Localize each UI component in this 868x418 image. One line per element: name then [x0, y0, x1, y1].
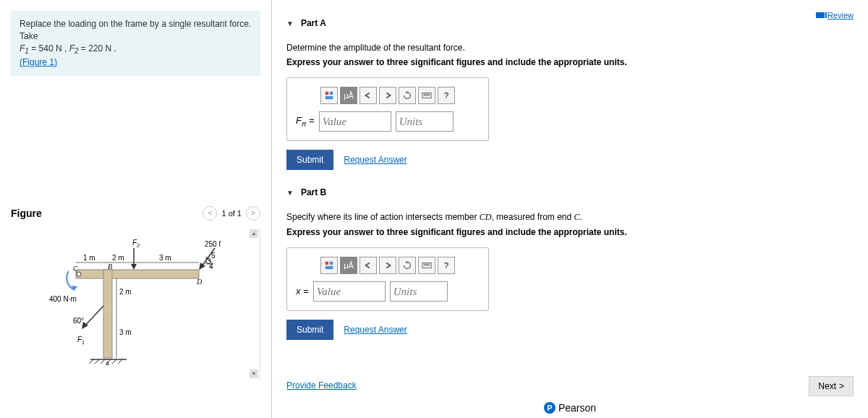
svg-rect-1 — [103, 270, 112, 358]
svg-text:250 N: 250 N — [205, 240, 221, 248]
pearson-logo-icon: P — [544, 402, 556, 414]
svg-rect-39 — [326, 92, 328, 95]
problem-statement: Replace the loading on the frame by a si… — [11, 11, 260, 76]
svg-text:2 m: 2 m — [119, 288, 132, 296]
next-button[interactable]: Next> — [809, 376, 854, 396]
svg-text:400 N·m: 400 N·m — [49, 295, 77, 303]
review-link[interactable]: Review — [816, 11, 854, 20]
svg-marker-42 — [405, 91, 407, 94]
pager-count: 1 of 1 — [221, 209, 242, 218]
undo-button[interactable] — [359, 87, 377, 104]
figure-area: ▴ ▾ — [11, 228, 260, 380]
part-b-instruction: Specify where its line of action interse… — [286, 212, 854, 223]
figure-diagram: F2 250 N 5 3 4 1 m 2 m 3 m 2 m 3 m 400 N… — [47, 235, 221, 365]
collapse-icon: ▼ — [286, 189, 294, 197]
part-b-units-input[interactable] — [390, 281, 448, 302]
svg-line-3 — [89, 359, 93, 364]
svg-marker-14 — [199, 263, 205, 270]
part-a-submit-button[interactable]: Submit — [286, 150, 333, 170]
svg-text:3 m: 3 m — [159, 254, 171, 262]
reset-button[interactable] — [399, 257, 416, 274]
svg-text:A: A — [104, 360, 110, 365]
svg-text:2 m: 2 m — [112, 254, 124, 262]
part-a-value-input[interactable] — [319, 111, 391, 132]
svg-rect-40 — [330, 92, 333, 95]
part-b-sub-instruction: Express your answer to three significant… — [286, 227, 854, 237]
svg-rect-46 — [326, 262, 328, 265]
part-a-label: FR = — [296, 115, 315, 128]
part-b-submit-button[interactable]: Submit — [286, 320, 333, 340]
provide-feedback-link[interactable]: Provide Feedback — [286, 380, 357, 391]
svg-line-4 — [95, 359, 99, 364]
svg-rect-47 — [330, 262, 333, 265]
part-b-request-link[interactable]: Request Answer — [344, 325, 407, 335]
redo-button[interactable] — [379, 257, 396, 274]
svg-text:D: D — [196, 278, 203, 286]
undo-button[interactable] — [359, 257, 377, 274]
template-button[interactable] — [320, 257, 338, 274]
svg-text:4: 4 — [209, 263, 213, 270]
units-button[interactable]: μÅ — [340, 87, 357, 104]
scroll-down-button[interactable]: ▾ — [250, 370, 258, 378]
svg-text:1 m: 1 m — [83, 254, 95, 262]
svg-text:3 m: 3 m — [119, 328, 132, 336]
redo-button[interactable] — [379, 87, 396, 104]
part-b-value-input[interactable] — [313, 281, 386, 302]
figure-title: Figure — [11, 208, 42, 219]
svg-line-7 — [112, 359, 116, 364]
part-b-header[interactable]: ▼ Part B — [286, 187, 854, 197]
part-b-answer-box: μÅ ? x = — [286, 247, 489, 311]
pager-next-button[interactable]: > — [246, 206, 260, 221]
keyboard-button[interactable] — [418, 87, 435, 104]
part-a-sub-instruction: Express your answer to three significant… — [286, 57, 854, 67]
svg-rect-48 — [326, 266, 333, 269]
svg-rect-41 — [326, 96, 333, 99]
svg-text:F2: F2 — [132, 239, 140, 248]
part-a-units-input[interactable] — [396, 111, 454, 132]
units-button[interactable]: μÅ — [340, 257, 357, 274]
pearson-brand: P Pearson — [544, 402, 596, 414]
svg-text:60°: 60° — [73, 317, 84, 325]
part-a-header[interactable]: ▼ Part A — [286, 18, 854, 28]
keyboard-button[interactable] — [418, 257, 435, 274]
svg-line-8 — [118, 359, 122, 364]
svg-text:5: 5 — [211, 252, 216, 260]
part-b-label: x = — [296, 286, 309, 297]
scroll-up-button[interactable]: ▴ — [250, 229, 258, 238]
svg-marker-49 — [405, 261, 407, 264]
collapse-icon: ▼ — [286, 20, 294, 27]
part-a-answer-box: μÅ ? FR = — [286, 77, 489, 141]
figure-pager: < 1 of 1 > — [203, 206, 260, 221]
part-a-request-link[interactable]: Request Answer — [344, 155, 407, 165]
part-a-instruction: Determine the amplitude of the resultant… — [286, 43, 854, 53]
svg-rect-0 — [76, 270, 199, 278]
svg-text:C: C — [73, 265, 78, 273]
template-button[interactable] — [320, 87, 338, 104]
reset-button[interactable] — [399, 87, 416, 104]
svg-text:F1: F1 — [77, 336, 85, 345]
help-button[interactable]: ? — [438, 87, 455, 104]
svg-text:B: B — [108, 263, 112, 270]
review-icon — [816, 12, 825, 18]
pager-prev-button[interactable]: < — [203, 206, 217, 221]
help-button[interactable]: ? — [438, 257, 455, 274]
svg-marker-12 — [131, 264, 137, 270]
figure-link[interactable]: (Figure 1) — [20, 57, 57, 67]
